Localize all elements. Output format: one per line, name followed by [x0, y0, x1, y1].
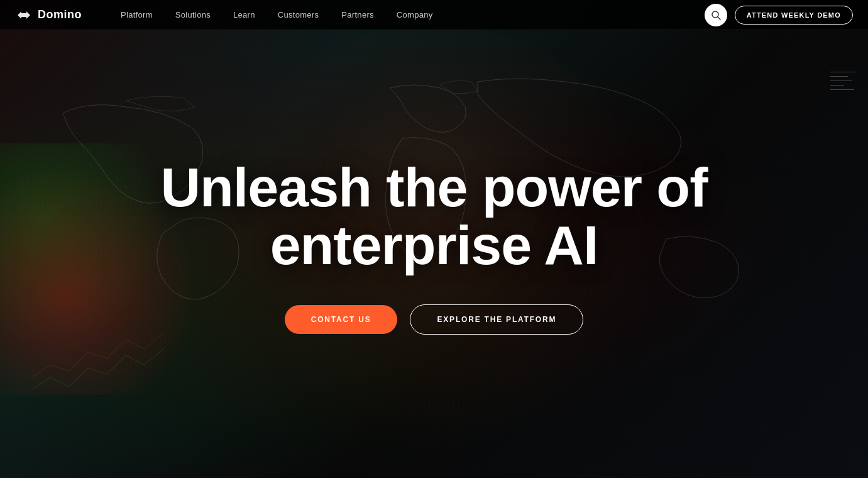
hero-title: Unleash the power of enterprise AI: [161, 158, 708, 275]
hero-title-line2: enterprise AI: [270, 214, 598, 276]
logo-icon: [15, 8, 33, 22]
nav-item-learn[interactable]: Learn: [224, 6, 264, 23]
nav-item-partners[interactable]: Partners: [332, 6, 383, 23]
nav-item-customers[interactable]: Customers: [269, 6, 328, 23]
search-icon: [711, 10, 721, 20]
nav-item-platform[interactable]: Platform: [112, 6, 162, 23]
nav-menu: Platform Solutions Learn Customers Partn…: [112, 6, 705, 23]
search-button[interactable]: [705, 4, 727, 26]
navbar: Domino Platform Solutions Learn Customer…: [0, 0, 868, 30]
hero-section: Unleash the power of enterprise AI CONTA…: [0, 0, 868, 478]
decorative-lines-right: [830, 72, 855, 90]
nav-item-solutions[interactable]: Solutions: [167, 6, 219, 23]
logo[interactable]: Domino: [15, 8, 82, 22]
logo-text: Domino: [38, 8, 82, 21]
hero-title-line1: Unleash the power of: [161, 156, 708, 218]
explore-platform-button[interactable]: EXPLORE THE PLATFORM: [410, 304, 583, 335]
contact-us-button[interactable]: CONTACT US: [285, 305, 398, 334]
hero-content: Unleash the power of enterprise AI CONTA…: [123, 158, 745, 335]
hero-buttons: CONTACT US EXPLORE THE PLATFORM: [161, 304, 708, 335]
navbar-actions: ATTEND WEEKLY DEMO: [705, 4, 853, 26]
svg-line-2: [718, 17, 720, 19]
nav-item-company[interactable]: Company: [388, 6, 442, 23]
attend-demo-button[interactable]: ATTEND WEEKLY DEMO: [735, 6, 853, 25]
